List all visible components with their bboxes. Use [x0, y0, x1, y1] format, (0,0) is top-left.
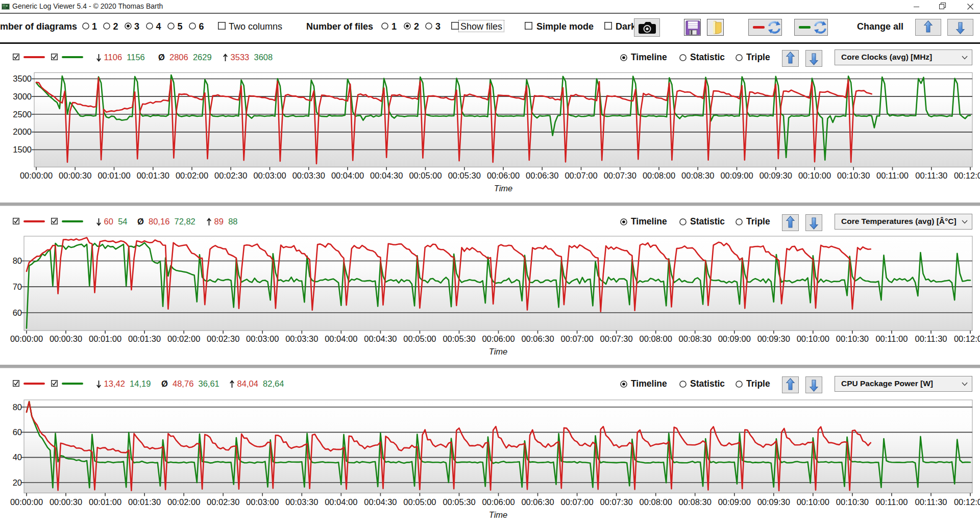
- svg-text:00:04:30: 00:04:30: [364, 334, 397, 343]
- svg-text:00:07:00: 00:07:00: [565, 171, 597, 180]
- svg-text:80: 80: [13, 256, 22, 265]
- svg-text:00:01:00: 00:01:00: [89, 334, 121, 343]
- svg-text:00:00:30: 00:00:30: [59, 171, 91, 180]
- svg-text:00:03:30: 00:03:30: [285, 334, 318, 343]
- svg-text:00:07:00: 00:07:00: [560, 497, 593, 507]
- svg-text:Time: Time: [494, 184, 513, 193]
- svg-text:00:05:30: 00:05:30: [448, 171, 481, 180]
- svg-text:00:11:00: 00:11:00: [875, 497, 908, 507]
- svg-text:00:02:00: 00:02:00: [176, 171, 208, 180]
- svg-text:00:03:00: 00:03:00: [253, 171, 286, 180]
- svg-text:00:09:00: 00:09:00: [720, 171, 753, 180]
- svg-text:00:05:30: 00:05:30: [443, 497, 475, 507]
- svg-text:00:09:30: 00:09:30: [757, 334, 790, 343]
- svg-text:00:11:30: 00:11:30: [915, 334, 947, 343]
- svg-text:00:09:00: 00:09:00: [718, 334, 751, 343]
- svg-text:00:09:00: 00:09:00: [718, 497, 751, 507]
- svg-text:00:09:30: 00:09:30: [760, 171, 792, 180]
- svg-text:00:02:00: 00:02:00: [167, 497, 200, 507]
- svg-text:40: 40: [13, 452, 22, 462]
- svg-text:00:05:00: 00:05:00: [403, 497, 436, 507]
- svg-text:00:07:00: 00:07:00: [560, 334, 593, 343]
- svg-text:2500: 2500: [13, 110, 32, 119]
- svg-text:2000: 2000: [13, 127, 32, 136]
- svg-text:00:06:00: 00:06:00: [487, 171, 520, 180]
- svg-text:00:03:30: 00:03:30: [285, 497, 318, 507]
- svg-text:80: 80: [13, 402, 22, 412]
- svg-text:00:12:00: 00:12:00: [954, 497, 980, 507]
- svg-text:00:08:00: 00:08:00: [643, 171, 675, 180]
- svg-text:00:04:00: 00:04:00: [325, 497, 357, 507]
- svg-text:00:04:30: 00:04:30: [364, 497, 397, 507]
- svg-text:00:01:00: 00:01:00: [97, 171, 130, 180]
- svg-text:1500: 1500: [13, 145, 32, 154]
- svg-text:00:01:00: 00:01:00: [89, 497, 121, 507]
- svg-text:Time: Time: [489, 347, 508, 356]
- svg-text:00:00:30: 00:00:30: [50, 334, 82, 343]
- svg-text:00:05:00: 00:05:00: [409, 171, 442, 180]
- svg-text:00:10:00: 00:10:00: [797, 334, 829, 343]
- svg-text:00:02:00: 00:02:00: [167, 334, 200, 343]
- svg-text:00:02:30: 00:02:30: [207, 497, 239, 507]
- svg-text:00:12:00: 00:12:00: [954, 334, 980, 343]
- svg-text:70: 70: [13, 282, 22, 291]
- svg-text:00:01:30: 00:01:30: [137, 171, 169, 180]
- svg-text:3000: 3000: [13, 92, 32, 101]
- svg-text:00:01:30: 00:01:30: [128, 334, 161, 343]
- svg-text:00:00:00: 00:00:00: [10, 334, 43, 343]
- svg-text:3500: 3500: [13, 74, 32, 83]
- svg-text:00:06:00: 00:06:00: [482, 497, 514, 507]
- svg-text:00:06:30: 00:06:30: [521, 334, 554, 343]
- svg-text:00:04:30: 00:04:30: [370, 171, 403, 180]
- svg-text:00:02:30: 00:02:30: [214, 171, 247, 180]
- svg-text:00:05:30: 00:05:30: [443, 334, 475, 343]
- svg-text:00:08:30: 00:08:30: [679, 497, 712, 507]
- svg-text:00:12:00: 00:12:00: [954, 171, 980, 180]
- svg-text:00:10:00: 00:10:00: [798, 171, 831, 180]
- svg-text:00:03:00: 00:03:00: [246, 334, 279, 343]
- svg-text:00:03:30: 00:03:30: [292, 171, 325, 180]
- svg-text:00:05:00: 00:05:00: [403, 334, 436, 343]
- svg-text:00:11:30: 00:11:30: [915, 171, 947, 180]
- svg-text:00:00:00: 00:00:00: [10, 497, 43, 507]
- svg-text:00:08:30: 00:08:30: [681, 171, 714, 180]
- svg-text:00:11:30: 00:11:30: [915, 497, 947, 507]
- svg-text:00:06:30: 00:06:30: [526, 171, 558, 180]
- svg-text:00:10:00: 00:10:00: [797, 497, 829, 507]
- svg-text:Time: Time: [489, 510, 508, 519]
- svg-text:00:00:00: 00:00:00: [20, 171, 53, 180]
- svg-text:00:09:30: 00:09:30: [757, 497, 790, 507]
- svg-text:00:08:00: 00:08:00: [640, 334, 672, 343]
- svg-text:00:11:00: 00:11:00: [875, 334, 908, 343]
- svg-text:00:10:30: 00:10:30: [836, 334, 869, 343]
- svg-text:60: 60: [13, 427, 22, 437]
- svg-text:00:10:30: 00:10:30: [836, 497, 869, 507]
- svg-text:00:11:00: 00:11:00: [876, 171, 909, 180]
- svg-text:00:07:30: 00:07:30: [600, 334, 632, 343]
- svg-text:00:10:30: 00:10:30: [837, 171, 870, 180]
- svg-text:00:07:30: 00:07:30: [604, 171, 636, 180]
- svg-text:20: 20: [13, 478, 22, 487]
- svg-text:00:00:30: 00:00:30: [50, 497, 82, 507]
- svg-text:00:06:30: 00:06:30: [521, 497, 554, 507]
- svg-text:00:07:30: 00:07:30: [600, 497, 632, 507]
- svg-text:60: 60: [13, 308, 22, 317]
- svg-text:00:01:30: 00:01:30: [128, 497, 161, 507]
- svg-text:00:04:00: 00:04:00: [325, 334, 357, 343]
- svg-text:00:02:30: 00:02:30: [207, 334, 239, 343]
- svg-text:00:03:00: 00:03:00: [246, 497, 279, 507]
- svg-text:00:08:00: 00:08:00: [640, 497, 672, 507]
- svg-text:00:06:00: 00:06:00: [482, 334, 514, 343]
- svg-text:00:08:30: 00:08:30: [679, 334, 712, 343]
- svg-text:00:04:00: 00:04:00: [331, 171, 364, 180]
